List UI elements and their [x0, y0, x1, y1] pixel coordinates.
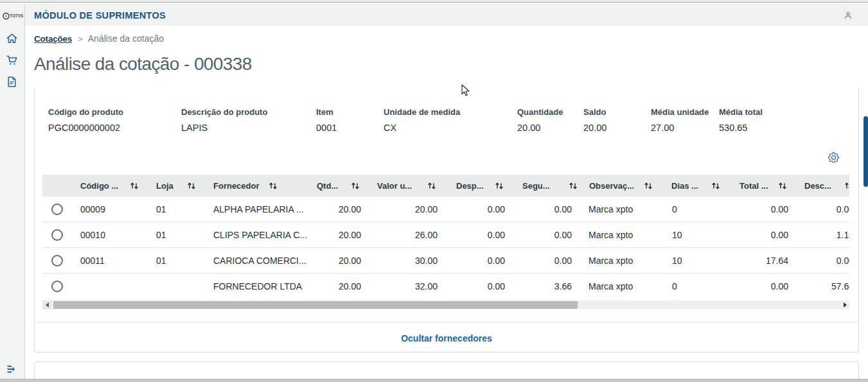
cell-observacao: Marca xpto — [589, 230, 633, 240]
document-icon — [7, 76, 17, 87]
field-label-saldo: Saldo — [583, 107, 606, 117]
table-row: FORNECEDOR LTDA 20.00 32.00 0.00 3.66 Ma… — [42, 273, 849, 299]
cell-qtd: 20.00 — [339, 230, 361, 240]
col-header-codigo[interactable]: Código ... — [80, 181, 118, 191]
gear-icon — [828, 152, 839, 163]
totvs-logo: TOTVS — [2, 12, 26, 21]
field-value-codigo-produto: PGC0000000002 — [48, 123, 120, 133]
horizontal-scrollbar-thumb[interactable] — [53, 301, 578, 309]
col-header-dias[interactable]: Dias ... — [671, 181, 698, 191]
sidebar-item-home[interactable] — [0, 33, 23, 44]
sort-icon[interactable] — [844, 182, 849, 190]
sort-icon[interactable] — [130, 182, 139, 190]
scroll-right-button[interactable] — [840, 300, 849, 309]
breadcrumb-separator-icon: > — [78, 34, 83, 44]
col-header-qtd[interactable]: Qtd... — [317, 181, 338, 191]
row-radio[interactable] — [51, 255, 63, 266]
cell-dias: 10 — [672, 230, 682, 240]
cell-desconto: 0.00 — [837, 204, 849, 214]
cell-observacao: Marca xpto — [589, 256, 633, 266]
cell-codigo: 00011 — [80, 256, 105, 266]
col-header-seguro[interactable]: Segu... — [522, 181, 550, 191]
home-icon — [6, 33, 17, 44]
user-avatar[interactable] — [842, 9, 854, 21]
cell-codigo: 00009 — [80, 204, 105, 214]
cell-desconto: 57.60 — [831, 281, 849, 291]
col-header-fornecedor[interactable]: Fornecedor — [213, 181, 260, 191]
scroll-right-icon — [844, 302, 847, 308]
sort-icon[interactable] — [569, 182, 578, 190]
cell-qtd: 20.00 — [339, 204, 361, 214]
sort-icon[interactable] — [495, 182, 504, 190]
scroll-left-icon — [46, 302, 49, 308]
sidebar-toggle[interactable] — [0, 365, 23, 374]
sort-icon[interactable] — [778, 182, 787, 190]
suppliers-table: Código ... Loja Fornecedor Qtd... Valor … — [42, 175, 849, 299]
cell-desp: 0.00 — [488, 281, 505, 291]
col-header-valor[interactable]: Valor u... — [377, 181, 412, 191]
breadcrumb-current: Análise da cotação — [88, 33, 164, 44]
window-top-edge — [0, 0, 868, 3]
cell-fornecedor: FORNECEDOR LTDA — [213, 281, 302, 291]
hide-suppliers-link[interactable]: Ocultar fornecedores — [34, 333, 859, 343]
field-label-item: Item — [316, 107, 333, 117]
sidebar-item-cart[interactable] — [0, 55, 23, 65]
table-row: 00010 01 CLIPS PAPELARIA C... 20.00 26.0… — [42, 222, 849, 248]
col-header-desconto[interactable]: Desc... — [804, 181, 831, 191]
field-label-media-total: Média total — [719, 107, 763, 117]
col-header-observacao[interactable]: Observaç... — [589, 181, 634, 191]
scroll-left-button[interactable] — [42, 300, 51, 309]
cell-dias: 10 — [672, 256, 682, 266]
totvs-logo-text: TOTVS — [10, 13, 24, 18]
sort-icon[interactable] — [711, 182, 720, 190]
cell-loja: 01 — [156, 256, 166, 266]
cell-codigo: 00010 — [80, 230, 105, 240]
field-value-unidade: CX — [384, 123, 396, 133]
cart-icon — [6, 55, 17, 65]
field-label-descricao: Descrição do produto — [181, 107, 267, 117]
cell-loja: 01 — [156, 230, 166, 240]
cell-valor: 32.00 — [415, 281, 438, 291]
row-radio[interactable] — [51, 229, 63, 241]
cell-loja: 01 — [156, 204, 166, 214]
field-value-saldo: 20.00 — [583, 123, 607, 133]
cell-fornecedor: ALPHA PAPELARIA ... — [213, 204, 304, 214]
cell-dias: 0 — [672, 204, 677, 214]
table-row: 00009 01 ALPHA PAPELARIA ... 20.00 20.00… — [42, 196, 849, 222]
page-title: Análise da cotação - 000338 — [34, 54, 252, 74]
row-radio[interactable] — [51, 281, 63, 292]
cell-valor: 30.00 — [415, 256, 438, 266]
settings-button[interactable] — [828, 152, 840, 164]
sort-icon[interactable] — [269, 182, 278, 190]
module-title: MÓDULO DE SUPRIMENTOS — [34, 10, 166, 21]
cell-total: 17.64 — [766, 256, 788, 266]
cell-seguro: 0.00 — [554, 230, 572, 240]
breadcrumb: Cotações>Análise da cotação — [34, 33, 164, 45]
col-header-loja[interactable]: Loja — [156, 181, 173, 191]
table-horizontal-scrollbar[interactable] — [42, 300, 849, 309]
app-window: TOTVS — [0, 0, 868, 382]
sort-icon[interactable] — [187, 182, 196, 190]
field-label-quantidade: Quantidade — [517, 107, 563, 117]
field-value-item: 0001 — [316, 123, 337, 133]
cell-valor: 20.00 — [415, 204, 438, 214]
user-icon — [844, 12, 852, 19]
row-radio[interactable] — [51, 204, 63, 215]
sidebar-item-document[interactable] — [0, 76, 23, 87]
col-header-total[interactable]: Total ... — [740, 181, 768, 191]
sort-icon[interactable] — [644, 182, 653, 190]
col-header-desp[interactable]: Desp... — [456, 181, 484, 191]
cell-observacao: Marca xpto — [589, 281, 633, 291]
vertical-scrollbar-thumb[interactable] — [864, 116, 868, 187]
breadcrumb-link-cotacoes[interactable]: Cotações — [34, 34, 72, 44]
field-value-quantidade: 20.00 — [517, 123, 540, 133]
field-label-codigo-produto: Código do produto — [48, 107, 123, 117]
cell-qtd: 20.00 — [339, 256, 361, 266]
field-value-descricao: LAPIS — [181, 123, 208, 133]
cell-total: 0.00 — [771, 230, 788, 240]
cell-fornecedor: CLIPS PAPELARIA C... — [213, 230, 307, 240]
sidebar: TOTVS — [0, 3, 25, 379]
sort-icon[interactable] — [427, 182, 436, 190]
cell-total: 0.00 — [771, 281, 788, 291]
sort-icon[interactable] — [351, 182, 360, 190]
